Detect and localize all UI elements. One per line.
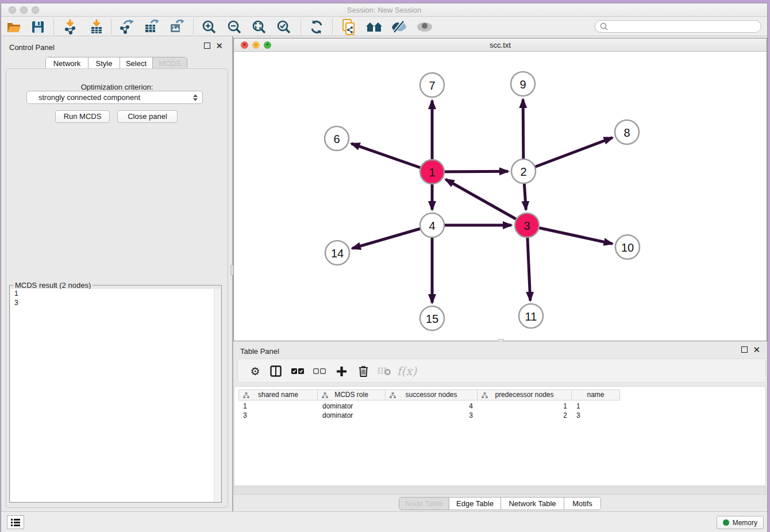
graph-edge-3-1[interactable] (446, 179, 527, 225)
deselect-checkboxes-icon[interactable] (310, 363, 329, 379)
gear-icon[interactable]: ⚙ (246, 363, 264, 379)
column-header-shared-name[interactable]: shared name (238, 390, 318, 400)
cell-successor-nodes: 4 (386, 402, 478, 411)
split-columns-icon[interactable] (267, 363, 285, 379)
toolbar-separator (111, 19, 111, 34)
network-view-window: ✕ − + scc.txt 1234678910111415 (233, 38, 767, 341)
result-line: 3 (10, 298, 221, 307)
add-column-icon[interactable] (332, 363, 351, 379)
zoom-fit-icon[interactable] (249, 18, 270, 35)
cell-mcds-role: dominator (318, 402, 386, 411)
result-line: 1 (10, 289, 221, 298)
cell-name: 1 (572, 402, 620, 411)
graph-node-label-4: 4 (429, 219, 435, 232)
first-neighbors-icon[interactable] (364, 18, 384, 35)
node-table: shared name MCDS role successor nodes pr… (234, 386, 766, 486)
mcds-result-title: MCDS result (2 nodes) (13, 281, 93, 290)
tab-node-table[interactable]: Node Table (399, 498, 449, 510)
cell-name: 3 (572, 411, 620, 420)
refresh-view-icon[interactable] (306, 18, 327, 35)
close-panel-icon[interactable]: ✕ (215, 43, 223, 49)
control-panel-tabs: Network Style Select MCDS (45, 57, 187, 70)
search-icon (600, 22, 608, 30)
app-window: Session: New Session (1, 3, 768, 532)
import-table-icon[interactable] (86, 18, 107, 35)
tab-style[interactable]: Style (88, 57, 120, 69)
column-header-name[interactable]: name (572, 390, 620, 400)
table-panel-title: Table Panel (240, 347, 279, 356)
table-toolbar: ⚙ f(x) (237, 358, 766, 383)
zoom-selected-icon[interactable] (274, 18, 294, 35)
toolbar-separator (193, 19, 194, 34)
cell-predecessor-nodes: 2 (478, 411, 572, 420)
shared-column-icon (322, 392, 328, 399)
save-session-icon[interactable] (28, 18, 48, 35)
column-header-mcds-role[interactable]: MCDS role (318, 390, 386, 400)
mcds-result-box: MCDS result (2 nodes) 1 3 (9, 285, 222, 503)
window-title: Session: New Session (1, 6, 767, 14)
delete-table-icon[interactable] (375, 363, 394, 379)
optimization-criterion-label: Optimization criterion: (6, 83, 228, 91)
network-canvas[interactable]: 1234678910111415 (234, 52, 767, 341)
tab-network[interactable]: Network (46, 57, 88, 69)
float-table-panel-icon[interactable] (741, 346, 748, 353)
graph-node-label-2: 2 (520, 165, 526, 178)
result-scrollbar[interactable] (214, 289, 221, 502)
export-image-icon[interactable] (167, 18, 187, 35)
control-panel: Control Panel ✕ Network Style Select MCD… (1, 36, 231, 511)
graph-edge-1-6[interactable] (351, 144, 432, 172)
delete-column-icon[interactable] (354, 363, 372, 379)
graph-edge-2-8[interactable] (523, 138, 613, 171)
table-panel: Table Panel ✕ ⚙ f(x) (233, 342, 767, 511)
graph-edge-3-10[interactable] (527, 225, 613, 244)
graph-node-label-11: 11 (525, 310, 537, 323)
task-history-button[interactable] (7, 515, 24, 529)
search-input[interactable] (595, 20, 761, 33)
title-bar: Session: New Session (1, 3, 767, 17)
zoom-in-icon[interactable] (199, 18, 220, 35)
cell-shared-name: 3 (238, 411, 318, 420)
main-toolbar (1, 17, 767, 36)
zoom-out-icon[interactable] (224, 18, 245, 35)
select-stepper-icon (193, 94, 198, 101)
shared-column-icon (390, 392, 396, 399)
column-header-successor-nodes[interactable]: successor nodes (386, 390, 478, 400)
criterion-select[interactable]: strongly connected component (26, 91, 203, 104)
toolbar-separator (301, 19, 301, 34)
show-eye-icon[interactable] (414, 18, 435, 35)
graph-node-label-10: 10 (621, 241, 634, 254)
network-window-titlebar: ✕ − + scc.txt (234, 38, 767, 52)
share-document-icon[interactable] (338, 18, 359, 35)
import-network-icon[interactable] (60, 18, 80, 35)
toolbar-separator (53, 19, 54, 34)
open-file-icon[interactable] (3, 18, 24, 35)
column-header-predecessor-nodes[interactable]: predecessor nodes (478, 390, 572, 400)
close-table-panel-icon[interactable]: ✕ (753, 346, 760, 353)
close-panel-button[interactable]: Close panel (117, 110, 178, 123)
cell-shared-name: 1 (238, 402, 318, 411)
select-all-checkboxes-icon[interactable] (288, 363, 307, 379)
function-builder-icon[interactable]: f(x) (398, 363, 416, 379)
table-tabs: Node Table Edge Table Network Table Moti… (399, 497, 601, 510)
table-row[interactable]: 3 dominator 3 2 3 (238, 411, 620, 420)
mcds-result-list[interactable]: 1 3 (10, 289, 221, 502)
list-icon (11, 519, 20, 526)
table-row[interactable]: 1 dominator 4 1 1 (238, 402, 620, 411)
float-panel-icon[interactable] (204, 43, 210, 49)
tab-network-table[interactable]: Network Table (501, 498, 564, 510)
run-mcds-button[interactable]: Run MCDS (55, 110, 110, 123)
table-hscrollbar[interactable] (234, 487, 766, 495)
mcds-panel-body: Optimization criterion: strongly connect… (6, 68, 228, 508)
cell-successor-nodes: 3 (386, 411, 478, 420)
table-header-row: shared name MCDS role successor nodes pr… (238, 390, 620, 400)
export-table-icon[interactable] (141, 18, 162, 35)
hide-selected-icon[interactable] (388, 18, 409, 35)
export-network-icon[interactable] (116, 18, 137, 35)
tab-motifs[interactable]: Motifs (564, 498, 600, 510)
memory-button[interactable]: Memory (717, 516, 764, 529)
tab-edge-table[interactable]: Edge Table (449, 498, 501, 510)
cell-mcds-role: dominator (318, 411, 386, 420)
control-panel-title: Control Panel (9, 43, 55, 52)
tab-select[interactable]: Select (120, 57, 153, 69)
tab-mcds[interactable]: MCDS (153, 57, 187, 69)
